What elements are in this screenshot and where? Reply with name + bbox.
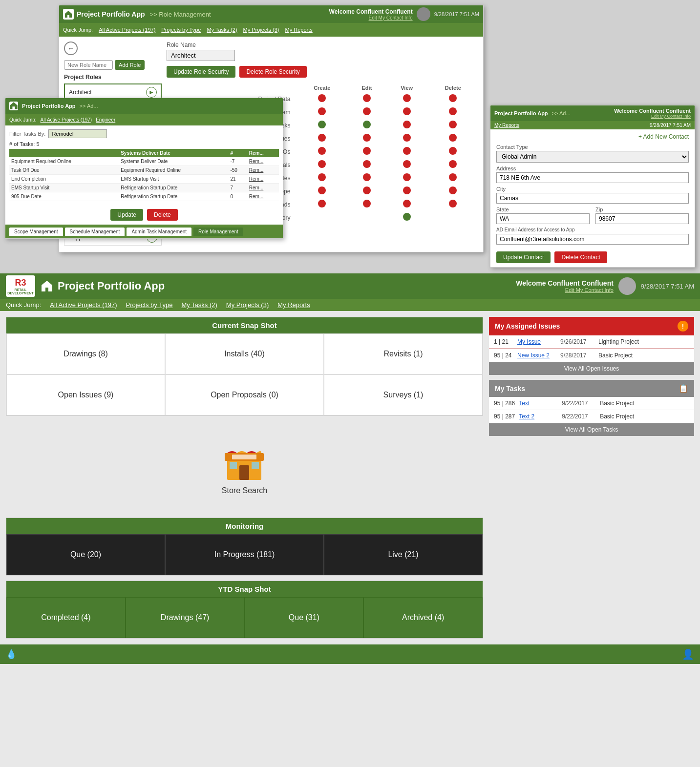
tab-admin-task[interactable]: Admin Task Management [127,228,191,236]
completed-cell[interactable]: Completed (4) [6,597,126,638]
task-link-2[interactable]: Text 2 [519,413,558,420]
role-name-label: Role Name [167,41,478,48]
main-nav-all-active[interactable]: All Active Projects (197) [50,301,117,309]
task-col-name [9,149,119,157]
open-proposals-cell[interactable]: Open Proposals (0) [165,374,324,415]
task-rem-link-4[interactable]: Rem... [247,184,279,192]
new-role-input[interactable] [64,60,113,70]
window-header: Project Portfolio App >> Role Management… [59,5,483,23]
nav-my-reports[interactable]: My Reports [285,27,313,33]
update-contact-button[interactable]: Update Contact [496,251,551,263]
city-input[interactable] [496,193,689,204]
main-edit-contact-link[interactable]: Edit My Contact Info [516,287,614,293]
ytd-drawings-cell[interactable]: Drawings (47) [126,597,245,638]
dot-red [363,187,371,194]
role-arrow-architect[interactable]: ► [146,87,157,98]
nav-all-active[interactable]: All Active Projects (197) [99,27,155,33]
clipboard-icon: 📋 [679,384,688,393]
dot-green [403,213,411,221]
ytd-header: YTD Snap Shot [6,581,483,597]
main-nav-projects-type[interactable]: Projects by Type [126,301,173,309]
dot-red [363,147,371,155]
ytd-que-cell[interactable]: Que (31) [245,597,364,638]
ad-email-input[interactable] [496,234,689,245]
dot-red [363,160,371,168]
main-nav-my-projects[interactable]: My Projects (3) [226,301,269,309]
delete-role-security-button[interactable]: Delete Role Security [239,66,306,78]
role-name-section: Role Name Architect [167,41,478,61]
nav-my-tasks[interactable]: My Tasks (2) [207,27,237,33]
dot-red [363,134,371,142]
current-snapshot-top-row: Drawings (8) Installs (40) Revisits (1) [6,333,483,374]
tab-scope[interactable]: Scope Management [9,228,63,236]
in-progress-cell[interactable]: In Progress (181) [165,534,324,575]
contact-my-reports[interactable]: My Reports [494,123,519,128]
update-role-security-button[interactable]: Update Role Security [167,66,235,78]
right-sidebar: My Assigned Issues ! 1 | 21 My Issue 9/2… [489,317,694,639]
nav-my-projects[interactable]: My Projects (3) [243,27,279,33]
revisits-cell[interactable]: Revisits (1) [324,333,483,374]
task-date-1: 9/22/2017 [562,400,596,407]
issue-project-1: Lighting Project [598,338,639,345]
main-app-window: R3 RETAIL DEVELOPMENT Project Portfolio … [0,273,700,664]
nav-projects-type[interactable]: Projects by Type [161,27,201,33]
issue-row-1: 1 | 21 My Issue 9/26/2017 Lighting Proje… [489,335,694,349]
tasks-update-button[interactable]: Update [110,209,143,221]
state-input[interactable] [496,213,590,224]
add-contact-button[interactable]: + Add New Contact [638,133,689,140]
permission-buttons: Update Role Security Delete Role Securit… [167,66,478,78]
archived-cell[interactable]: Archived (4) [363,597,483,638]
task-rem-link-3[interactable]: Rem... [247,175,279,184]
main-nav-bar: Quick Jump: All Active Projects (197) Pr… [0,299,700,311]
filter-input[interactable] [48,129,107,138]
task-row-2: 95 | 287 Text 2 9/22/2017 Basic Project [489,410,694,423]
dot-red [318,134,326,142]
tasks-home-icon [9,102,18,110]
main-logo: R3 RETAIL DEVELOPMENT [6,275,35,297]
view-all-issues-button[interactable]: View All Open Issues [489,362,694,375]
current-snapshot-header: Current Snap Shot [6,317,483,333]
address-input[interactable] [496,172,689,183]
tasks-nav-all-active[interactable]: All Active Projects (197) [41,117,92,123]
open-issues-cell[interactable]: Open Issues (9) [6,374,165,415]
issue-project-2: Basic Project [598,352,633,359]
svg-rect-2 [239,465,249,480]
task-rem-link-1[interactable]: Rem... [247,157,279,166]
drawings-cell[interactable]: Drawings (8) [6,333,165,374]
installs-cell[interactable]: Installs (40) [165,333,324,374]
top-section: Project Portfolio App >> Role Management… [0,0,700,273]
contact-type-select[interactable]: Global Admin [496,151,689,163]
back-button[interactable]: ← [64,41,78,55]
contact-date: 9/28/2017 7:51 AM [650,123,691,128]
issue-link-2[interactable]: New Issue 2 [517,352,556,359]
contact-welcome: Welcome Confluent Confluent [614,108,691,114]
main-content: Current Snap Shot Drawings (8) Installs … [0,311,700,644]
tab-schedule[interactable]: Schedule Management [65,228,125,236]
issue-link-1[interactable]: My Issue [517,338,556,345]
task-id-2: 95 | 287 [494,413,515,420]
dot-red [403,134,411,142]
surveys-cell[interactable]: Surveys (1) [324,374,483,415]
add-role-button[interactable]: Add Role [115,60,145,70]
nav-bar: Quick Jump: All Active Projects (197) Pr… [59,23,483,37]
tasks-nav-engineer[interactable]: Engineer [96,117,115,123]
table-row: 905 Due Date Refrigeration Startup Date … [9,192,279,201]
main-nav-my-reports[interactable]: My Reports [277,301,310,309]
zip-input[interactable] [595,213,689,224]
view-all-tasks-button[interactable]: View All Open Tasks [489,423,694,436]
task-rem-link-5[interactable]: Rem... [247,192,279,201]
store-search-area[interactable]: Store Search [212,429,277,505]
issue-date-1: 9/26/2017 [560,338,594,345]
que-cell[interactable]: Que (20) [6,534,165,575]
task-rem-link-2[interactable]: Rem... [247,166,279,175]
my-assigned-issues-section: My Assigned Issues ! 1 | 21 My Issue 9/2… [489,317,694,375]
task-link-1[interactable]: Text [519,400,558,407]
edit-contact-link[interactable]: Edit My Contact Info [329,15,413,21]
tab-role[interactable]: Role Management [193,228,243,236]
live-cell[interactable]: Live (21) [324,534,483,575]
dot-red [363,200,371,207]
main-nav-my-tasks[interactable]: My Tasks (2) [181,301,217,309]
contact-edit-link[interactable]: Edit My Contact Info [614,114,691,119]
tasks-delete-button[interactable]: Delete [147,209,178,221]
delete-contact-button[interactable]: Delete Contact [554,251,607,263]
